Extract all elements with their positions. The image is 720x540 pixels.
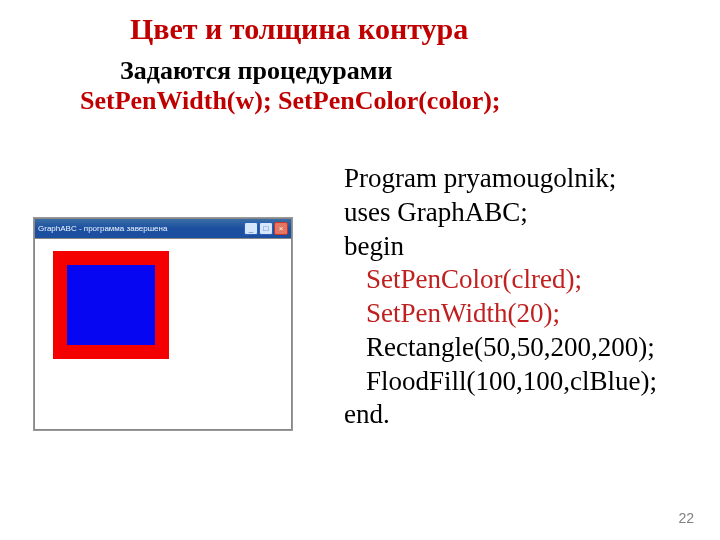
code-listing: Program pryamougolnik; uses GraphABC; be… [344, 162, 657, 432]
window-client-area [35, 238, 291, 429]
code-line-1: Program pryamougolnik; [344, 163, 616, 193]
slide-subtitle: Задаются процедурами SetPenWidth(w); Set… [120, 56, 500, 116]
code-line-8: end. [344, 399, 390, 429]
maximize-icon[interactable]: □ [259, 222, 273, 235]
blue-rectangle-fill [67, 265, 155, 345]
subtitle-line1: Задаются процедурами [120, 56, 393, 85]
slide-title: Цвет и толщина контура [130, 12, 468, 46]
page-number: 22 [678, 510, 694, 526]
red-rectangle-border [53, 251, 169, 359]
close-icon[interactable]: × [274, 222, 288, 235]
code-line-3: begin [344, 231, 404, 261]
subtitle-line2: SetPenWidth(w); SetPenColor(color); [80, 86, 500, 116]
window-title-text: GraphABC - программа завершена [38, 224, 244, 233]
code-line-4: SetPenColor(clred); [366, 263, 657, 297]
graphabc-window: GraphABC - программа завершена _ □ × [34, 218, 292, 430]
code-line-5: SetPenWidth(20); [366, 297, 657, 331]
minimize-icon[interactable]: _ [244, 222, 258, 235]
window-buttons: _ □ × [244, 222, 288, 235]
code-line-6: Rectangle(50,50,200,200); [366, 331, 657, 365]
code-line-7: FloodFill(100,100,clBlue); [366, 365, 657, 399]
code-line-2: uses GraphABC; [344, 197, 528, 227]
window-titlebar: GraphABC - программа завершена _ □ × [35, 219, 291, 238]
